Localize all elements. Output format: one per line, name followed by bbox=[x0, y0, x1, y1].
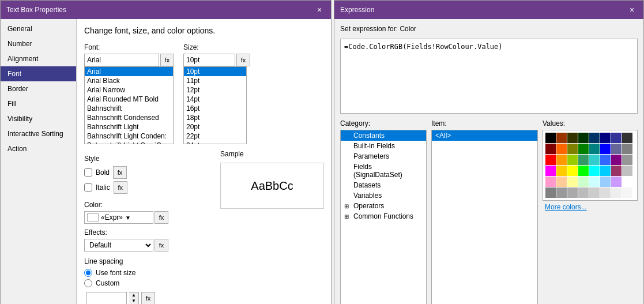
effects-fx-button[interactable]: fx bbox=[155, 239, 168, 252]
color-cell[interactable] bbox=[622, 187, 632, 198]
font-list-item[interactable]: Arial Narrow bbox=[85, 85, 173, 95]
italic-checkbox[interactable] bbox=[84, 183, 92, 192]
font-list-item[interactable]: Bahnschrift Light SemiCor bbox=[85, 141, 173, 144]
color-cell[interactable] bbox=[600, 187, 611, 198]
color-cell[interactable] bbox=[589, 187, 600, 198]
category-item-operators[interactable]: ⊞ Operators bbox=[341, 201, 426, 211]
sidebar-item-visibility[interactable]: Visibility bbox=[1, 111, 76, 126]
size-list-item[interactable]: 20pt bbox=[184, 122, 246, 132]
color-cell[interactable] bbox=[611, 187, 622, 198]
size-input[interactable] bbox=[183, 54, 235, 66]
color-cell[interactable] bbox=[589, 155, 600, 165]
color-cell[interactable] bbox=[556, 133, 567, 143]
category-item-common-functions[interactable]: ⊞ Common Functions bbox=[341, 211, 426, 222]
color-cell[interactable] bbox=[611, 166, 622, 176]
color-cell[interactable] bbox=[578, 133, 589, 143]
category-item-parameters[interactable]: Parameters bbox=[341, 151, 426, 162]
category-item-datasets[interactable]: Datasets bbox=[341, 180, 426, 190]
color-cell[interactable] bbox=[556, 177, 567, 187]
font-list-item[interactable]: Bahnschrift Light bbox=[85, 122, 173, 132]
color-cell[interactable] bbox=[578, 177, 589, 187]
italic-fx-button[interactable]: fx bbox=[114, 181, 127, 194]
color-cell[interactable] bbox=[567, 144, 578, 154]
sidebar-item-interactive-sorting[interactable]: Interactive Sorting bbox=[1, 126, 76, 141]
category-item-variables[interactable]: Variables bbox=[341, 190, 426, 201]
size-fx-button[interactable]: fx bbox=[236, 54, 250, 66]
size-list-item[interactable]: 12pt bbox=[184, 85, 246, 95]
size-list-item[interactable]: 10pt bbox=[184, 67, 246, 76]
font-fx-button[interactable]: fx bbox=[160, 54, 174, 66]
size-list[interactable]: 10pt 11pt 12pt 14pt 16pt 18pt 20pt 22pt … bbox=[183, 66, 247, 144]
color-cell[interactable] bbox=[556, 187, 567, 198]
color-cell[interactable] bbox=[600, 133, 611, 143]
size-list-item[interactable]: 22pt bbox=[184, 132, 246, 141]
font-input[interactable] bbox=[84, 54, 159, 66]
item-all[interactable]: <All> bbox=[432, 130, 537, 141]
color-cell[interactable] bbox=[578, 166, 589, 176]
font-list-item[interactable]: Bahnschrift Condensed bbox=[85, 113, 173, 122]
font-list-item[interactable]: Bahnschrift Light Conden: bbox=[85, 132, 173, 141]
color-cell[interactable] bbox=[589, 144, 600, 154]
more-colors-link[interactable]: More colors... bbox=[543, 203, 638, 211]
color-cell[interactable] bbox=[611, 133, 622, 143]
font-list-item[interactable]: Arial bbox=[85, 67, 173, 76]
sidebar-item-alignment[interactable]: Alignment bbox=[1, 51, 76, 66]
size-list-item[interactable]: 16pt bbox=[184, 104, 246, 113]
color-cell[interactable] bbox=[578, 187, 589, 198]
color-cell[interactable] bbox=[622, 166, 632, 176]
right-dialog-close-button[interactable]: × bbox=[626, 4, 638, 16]
color-cell[interactable] bbox=[556, 155, 567, 165]
color-cell[interactable] bbox=[611, 177, 622, 187]
size-list-item[interactable]: 14pt bbox=[184, 95, 246, 104]
color-cell[interactable] bbox=[567, 166, 578, 176]
size-list-item[interactable]: 24pt bbox=[184, 141, 246, 144]
font-list-item[interactable]: Arial Black bbox=[85, 76, 173, 85]
color-cell[interactable] bbox=[578, 144, 589, 154]
sidebar-item-border[interactable]: Border bbox=[1, 81, 76, 96]
category-item-builtin[interactable]: Built-in Fields bbox=[341, 141, 426, 151]
bold-fx-button[interactable]: fx bbox=[113, 166, 127, 179]
color-cell[interactable] bbox=[567, 187, 578, 198]
spinner-down-button[interactable]: ▼ bbox=[129, 298, 138, 304]
color-cell[interactable] bbox=[545, 166, 556, 176]
color-dropdown[interactable]: «Expr» ▼ bbox=[84, 211, 153, 224]
category-item-fields[interactable]: Fields (SignalDataSet) bbox=[341, 162, 426, 180]
color-cell[interactable] bbox=[611, 144, 622, 154]
size-list-item[interactable]: 18pt bbox=[184, 113, 246, 122]
color-cell[interactable] bbox=[600, 144, 611, 154]
spinner-up-button[interactable]: ▲ bbox=[129, 292, 138, 298]
color-cell[interactable] bbox=[545, 144, 556, 154]
sidebar-item-general[interactable]: General bbox=[1, 21, 76, 36]
color-cell[interactable] bbox=[545, 177, 556, 187]
font-list-item[interactable]: Arial Rounded MT Bold bbox=[85, 95, 173, 104]
bold-checkbox[interactable] bbox=[84, 168, 92, 177]
font-list[interactable]: Arial Arial Black Arial Narrow Arial Rou… bbox=[84, 66, 174, 144]
color-cell[interactable] bbox=[622, 144, 632, 154]
use-font-size-radio[interactable] bbox=[84, 269, 92, 277]
color-cell[interactable] bbox=[545, 187, 556, 198]
color-cell[interactable] bbox=[567, 155, 578, 165]
sidebar-item-font[interactable]: Font bbox=[1, 66, 76, 81]
custom-radio[interactable] bbox=[84, 279, 92, 287]
color-cell[interactable] bbox=[567, 177, 578, 187]
size-list-item[interactable]: 11pt bbox=[184, 76, 246, 85]
expression-textarea[interactable] bbox=[340, 39, 638, 114]
color-fx-button[interactable]: fx bbox=[155, 211, 168, 224]
color-cell[interactable] bbox=[578, 155, 589, 165]
spacing-fx-button[interactable]: fx bbox=[141, 292, 155, 304]
sidebar-item-number[interactable]: Number bbox=[1, 36, 76, 51]
color-cell[interactable] bbox=[589, 133, 600, 143]
color-cell[interactable] bbox=[622, 177, 632, 187]
sidebar-item-action[interactable]: Action bbox=[1, 141, 76, 156]
color-cell[interactable] bbox=[556, 166, 567, 176]
color-cell[interactable] bbox=[589, 177, 600, 187]
custom-spacing-input[interactable] bbox=[86, 292, 127, 304]
color-cell[interactable] bbox=[622, 133, 632, 143]
color-cell[interactable] bbox=[545, 155, 556, 165]
category-tree[interactable]: Constants Built-in Fields Parameters Fie… bbox=[340, 130, 427, 304]
left-dialog-close-button[interactable]: × bbox=[314, 4, 325, 16]
color-cell[interactable] bbox=[567, 133, 578, 143]
color-cell[interactable] bbox=[589, 166, 600, 176]
sidebar-item-fill[interactable]: Fill bbox=[1, 96, 76, 111]
effects-select[interactable]: Default bbox=[84, 239, 153, 252]
